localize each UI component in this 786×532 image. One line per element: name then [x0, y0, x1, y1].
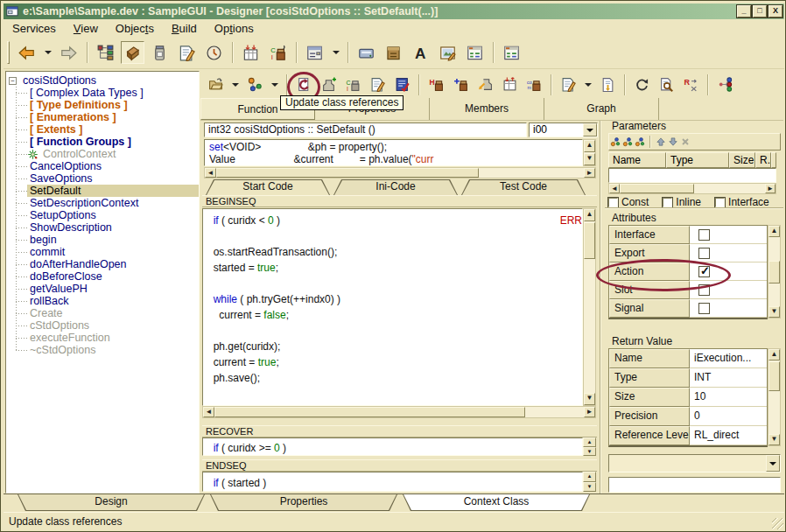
declaration-hscrollbar[interactable]: ◄ ► — [204, 167, 596, 178]
function-signature-field[interactable]: int32 cosiStdOptions :: SetDefault () — [204, 122, 527, 137]
spin-down-icon[interactable]: ▼ — [583, 482, 596, 493]
scroll-left-icon[interactable]: ◄ — [609, 184, 620, 193]
class-builder-icon[interactable] — [266, 41, 290, 64]
toolbar-grip[interactable] — [7, 41, 10, 64]
archive-box-icon[interactable] — [382, 41, 405, 64]
tree-item-controlcontext[interactable]: ControlContext — [6, 148, 199, 160]
history-clock-icon[interactable] — [202, 41, 226, 64]
tree-root[interactable]: −cosiStdOptions — [6, 74, 199, 87]
save-class-icon[interactable] — [391, 75, 412, 94]
tree-item--cstdoptions[interactable]: ~cStdOptions — [6, 344, 199, 356]
menu-build[interactable]: Build — [163, 21, 206, 36]
edit-source-icon[interactable] — [175, 41, 199, 64]
add-class-icon[interactable] — [318, 75, 339, 94]
find-references-icon[interactable] — [656, 75, 677, 94]
scroll-thumb[interactable] — [620, 184, 694, 193]
tree-item-setdescriptioncontext[interactable]: SetDescriptionContext — [6, 197, 199, 209]
scroll-thumb[interactable] — [216, 168, 479, 178]
open-folder-dropdown-icon[interactable] — [229, 75, 241, 94]
tree-item-dobeforeclose[interactable]: doBeforeClose — [6, 270, 199, 283]
move-down-icon[interactable] — [667, 135, 678, 149]
tab-members[interactable]: Members — [430, 98, 544, 120]
attribute-label[interactable]: Interface — [609, 226, 690, 244]
scroll-down-icon[interactable]: ▼ — [768, 306, 780, 318]
return-row-label[interactable]: Precision — [609, 407, 690, 426]
scroll-up-icon[interactable]: ▲ — [768, 226, 780, 237]
recover-editor[interactable]: if ( curidx >= 0 ) — [202, 438, 583, 456]
resize-grip-icon[interactable] — [772, 518, 783, 529]
class-interface-icon[interactable] — [342, 75, 363, 94]
return-row-label[interactable]: Type — [609, 368, 690, 388]
parameters-empty-row[interactable] — [608, 168, 776, 183]
column-header-filler[interactable] — [771, 152, 776, 168]
menu-options[interactable]: Options — [206, 21, 263, 36]
scroll-up-icon[interactable]: ▲ — [768, 349, 780, 360]
window-layout-icon[interactable] — [500, 41, 523, 64]
tab-context-class[interactable]: Context Class — [403, 494, 590, 511]
add-parameter-last-icon[interactable] — [634, 135, 645, 149]
return-row-value[interactable]: 10 — [690, 388, 767, 407]
tab-graph[interactable]: Graph — [544, 98, 659, 120]
tree-item--complex-data-types-[interactable]: [ Complex Data Types ] — [6, 87, 199, 99]
scroll-right-icon[interactable]: ► — [584, 168, 595, 178]
open-folder-icon[interactable] — [205, 75, 226, 94]
back-history-dropdown-icon[interactable] — [42, 41, 53, 64]
tree-item--type-definitions-[interactable]: [ Type Definitions ] — [6, 99, 199, 111]
tree-item--enumerations-[interactable]: [ Enumerations ] — [6, 111, 199, 123]
export-class-icon[interactable] — [474, 75, 495, 94]
tab-test-code[interactable]: Test Code — [461, 179, 586, 195]
parameters-hscrollbar[interactable]: ◄ ► — [608, 183, 776, 194]
tab-design[interactable]: Design — [18, 494, 205, 511]
context-combo[interactable] — [608, 454, 781, 472]
minimize-button[interactable]: _ — [737, 5, 751, 18]
title-bar[interactable]: e:\Sample\Sample.dev : SampleGUI - Desig… — [4, 4, 784, 19]
scroll-right-icon[interactable]: ► — [765, 184, 775, 193]
rename-references-icon[interactable] — [680, 75, 701, 94]
scroll-up-icon[interactable]: ▲ — [584, 140, 595, 152]
signal-checkbox[interactable] — [698, 303, 710, 314]
context-field[interactable] — [608, 477, 781, 493]
return-row-value[interactable]: INT — [690, 368, 767, 388]
add-class-member-icon[interactable] — [450, 75, 471, 94]
class-graph-icon[interactable] — [714, 75, 735, 94]
object-molecule-icon[interactable] — [244, 75, 265, 94]
return-row-label[interactable]: Reference Level — [609, 426, 690, 445]
add-parameter-first-icon[interactable] — [609, 135, 621, 149]
image-editor-icon[interactable] — [436, 41, 460, 64]
scroll-down-icon[interactable]: ▼ — [584, 393, 595, 405]
scroll-thumb[interactable] — [768, 361, 780, 391]
tree-item-getvalueph[interactable]: getValuePH — [6, 283, 199, 295]
scroll-left-icon[interactable]: ◄ — [205, 168, 216, 178]
context-combo-dropdown-icon[interactable] — [766, 455, 780, 472]
repository-jar-icon[interactable] — [148, 41, 172, 64]
export-checkbox[interactable] — [698, 248, 710, 259]
tree-item-executefunction[interactable]: executeFunction — [6, 332, 199, 344]
instance-combo-dropdown-icon[interactable] — [583, 123, 597, 136]
attribute-label[interactable]: Signal — [609, 299, 690, 318]
attribute-label[interactable]: Action — [609, 262, 690, 281]
com-class-icon[interactable] — [523, 75, 544, 94]
tab-properties[interactable]: Properties — [210, 494, 397, 511]
tree-item-begin[interactable]: begin — [6, 234, 199, 246]
return-row-value[interactable]: iExecution... — [690, 349, 767, 368]
return-value-vscrollbar[interactable]: ▲ ▼ — [768, 348, 781, 446]
header-class-icon[interactable] — [425, 75, 446, 94]
edit-notes-dropdown-icon[interactable] — [582, 75, 593, 94]
scroll-up-icon[interactable]: ▲ — [584, 209, 595, 221]
sync-table-icon[interactable] — [499, 75, 520, 94]
tree-item-setupoptions[interactable]: SetupOptions — [6, 209, 199, 221]
scroll-down-icon[interactable]: ▼ — [768, 434, 780, 445]
edit-notes-icon[interactable] — [558, 75, 579, 94]
add-parameter-icon[interactable] — [621, 135, 633, 149]
forward-arrow-icon[interactable] — [57, 41, 81, 64]
scroll-left-icon[interactable]: ◄ — [203, 407, 214, 417]
export-document-icon[interactable] — [597, 75, 618, 94]
return-row-value[interactable]: 0 — [690, 407, 767, 426]
tree-item-setdefault[interactable]: SetDefault — [6, 185, 199, 197]
interface-checkbox[interactable] — [698, 229, 710, 241]
object-dropdown-icon[interactable] — [269, 75, 280, 94]
tree-item--extents-[interactable]: [ Extents ] — [6, 123, 199, 136]
scroll-thumb[interactable] — [768, 261, 780, 284]
tree-item-showdescription[interactable]: ShowDescription — [6, 221, 199, 234]
form-dropdown-icon[interactable] — [330, 41, 341, 64]
